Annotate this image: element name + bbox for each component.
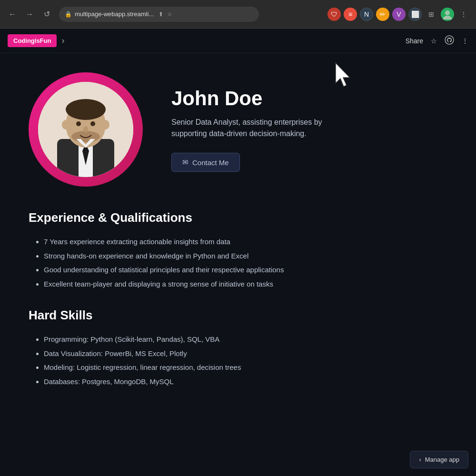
share-icon: ⬆ bbox=[159, 11, 163, 18]
github-button[interactable] bbox=[445, 35, 454, 46]
list-item: Programming: Python (Scikit-learn, Panda… bbox=[44, 333, 447, 346]
more-menu-icon[interactable]: ⋮ bbox=[457, 8, 470, 21]
manage-app-label: Manage app bbox=[425, 456, 459, 463]
profile-info: John Doe Senior Data Analyst, assisting … bbox=[171, 87, 447, 172]
hard-skills-section: Hard Skills Programming: Python (Scikit-… bbox=[29, 308, 447, 387]
svg-point-10 bbox=[76, 121, 81, 126]
more-options-button[interactable]: ⋮ bbox=[462, 37, 468, 45]
profile-avatar bbox=[38, 82, 133, 177]
lock-icon: 🔒 bbox=[65, 11, 72, 18]
profile-title: Senior Data Analyst, assisting enterpris… bbox=[171, 117, 352, 139]
list-item: 7 Years experience extracting actionable… bbox=[44, 236, 447, 248]
experience-section: Experience & Qualifications 7 Years expe… bbox=[29, 210, 447, 290]
ext-icon-5[interactable]: V bbox=[392, 8, 406, 21]
forward-button[interactable]: → bbox=[23, 8, 36, 21]
hard-skills-title: Hard Skills bbox=[29, 308, 447, 323]
contact-me-button[interactable]: ✉ Contact Me bbox=[171, 153, 240, 172]
svg-point-0 bbox=[445, 10, 450, 15]
github-icon bbox=[445, 35, 454, 46]
app-logo[interactable]: CodingIsFun bbox=[8, 34, 57, 47]
url-text: multipage-webapp.streamli... bbox=[75, 10, 154, 18]
back-button[interactable]: ← bbox=[6, 8, 19, 21]
experience-title: Experience & Qualifications bbox=[29, 210, 447, 225]
manage-app-button[interactable]: ‹ Manage app bbox=[410, 451, 468, 468]
svg-marker-16 bbox=[336, 63, 350, 87]
share-label: Share bbox=[406, 37, 423, 45]
experience-list: 7 Years experience extracting actionable… bbox=[29, 236, 447, 290]
profile-avatar-wrapper bbox=[29, 72, 143, 187]
svg-point-13 bbox=[62, 120, 69, 129]
svg-point-1 bbox=[443, 16, 452, 20]
ext-icon-6[interactable]: ⬜ bbox=[408, 8, 422, 21]
email-icon: ✉ bbox=[182, 158, 188, 167]
bookmark-icon: ☆ bbox=[431, 37, 437, 45]
cursor-decoration bbox=[333, 62, 352, 85]
share-button[interactable]: Share bbox=[406, 37, 423, 45]
list-item: Modeling: Logistic regression, linear re… bbox=[44, 361, 447, 374]
svg-point-8 bbox=[66, 99, 106, 120]
list-item: Databases: Postgres, MongoDB, MySQL bbox=[44, 376, 447, 388]
list-item: Excellent team-player and displaying a s… bbox=[44, 278, 447, 290]
app-bar: CodingIsFun › Share ☆ ⋮ bbox=[0, 29, 476, 53]
reload-button[interactable]: ↺ bbox=[40, 8, 53, 21]
bookmark-star-icon: ☆ bbox=[167, 11, 172, 18]
list-item: Strong hands-on experience and knowledge… bbox=[44, 250, 447, 262]
svg-point-14 bbox=[102, 120, 109, 129]
profile-name: John Doe bbox=[171, 87, 447, 110]
hard-skills-list: Programming: Python (Scikit-learn, Panda… bbox=[29, 333, 447, 387]
list-item: Data Visualization: PowerBi, MS Excel, P… bbox=[44, 347, 447, 360]
ext-icon-2[interactable]: ≡ bbox=[344, 8, 357, 21]
list-item: Good understanding of statistical princi… bbox=[44, 264, 447, 276]
svg-point-2 bbox=[445, 36, 454, 44]
more-options-icon: ⋮ bbox=[462, 37, 468, 45]
svg-point-12 bbox=[83, 126, 88, 133]
svg-point-11 bbox=[90, 121, 95, 126]
app-bar-right: Share ☆ ⋮ bbox=[406, 35, 468, 46]
profile-section: John Doe Senior Data Analyst, assisting … bbox=[29, 72, 447, 187]
bookmark-button[interactable]: ☆ bbox=[431, 37, 437, 45]
manage-app-chevron-icon: ‹ bbox=[419, 456, 421, 463]
ext-icon-3[interactable]: N bbox=[360, 8, 373, 21]
main-content: John Doe Senior Data Analyst, assisting … bbox=[0, 53, 476, 476]
browser-chrome: ← → ↺ 🔒 multipage-webapp.streamli... ⬆ ☆… bbox=[0, 0, 476, 29]
app-bar-chevron-icon: › bbox=[61, 36, 64, 46]
ext-icon-7[interactable]: ⊞ bbox=[425, 8, 438, 21]
user-avatar[interactable] bbox=[441, 8, 454, 21]
contact-btn-label: Contact Me bbox=[192, 159, 229, 167]
browser-toolbar-icons: 🛡 ≡ N ✏ V ⬜ ⊞ ⋮ bbox=[327, 8, 470, 21]
ext-icon-1[interactable]: 🛡 bbox=[327, 8, 341, 21]
address-bar[interactable]: 🔒 multipage-webapp.streamli... ⬆ ☆ bbox=[59, 7, 259, 22]
ext-icon-4[interactable]: ✏ bbox=[376, 8, 389, 21]
